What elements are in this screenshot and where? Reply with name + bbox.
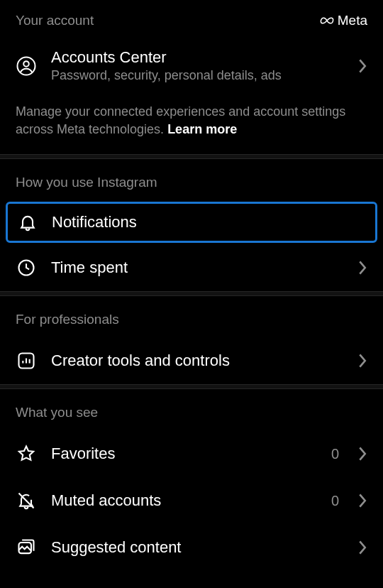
creator-tools-label: Creator tools and controls xyxy=(51,352,343,370)
chevron-right-icon xyxy=(357,540,367,555)
accounts-center-text: Accounts Center Password, security, pers… xyxy=(51,48,343,83)
suggested-content-label: Suggested content xyxy=(51,538,343,557)
chevron-right-icon xyxy=(357,493,367,508)
image-stack-icon xyxy=(16,537,37,558)
bell-off-icon xyxy=(16,490,37,511)
muted-accounts-row[interactable]: Muted accounts 0 xyxy=(0,477,383,524)
clock-icon xyxy=(16,257,37,278)
bell-icon xyxy=(18,212,38,232)
time-spent-row[interactable]: Time spent xyxy=(0,244,383,291)
person-circle-icon xyxy=(16,55,37,77)
notifications-label: Notifications xyxy=(52,213,137,232)
what-you-see-header: What you see xyxy=(0,389,383,430)
time-spent-label: Time spent xyxy=(51,258,343,277)
muted-accounts-count: 0 xyxy=(331,493,339,509)
suggested-content-row[interactable]: Suggested content xyxy=(0,524,383,571)
section-divider xyxy=(0,291,383,296)
star-icon xyxy=(16,443,37,464)
professionals-section: For professionals Creator tools and cont… xyxy=(0,296,383,384)
meta-brand: Meta xyxy=(319,13,367,28)
favorites-row[interactable]: Favorites 0 xyxy=(0,430,383,477)
how-you-use-section: How you use Instagram Notifications Time… xyxy=(0,159,383,291)
your-account-header: Your account Meta xyxy=(0,0,383,37)
accounts-center-row[interactable]: Accounts Center Password, security, pers… xyxy=(0,37,383,94)
section-divider xyxy=(0,384,383,389)
accounts-center-subtitle: Password, security, personal details, ad… xyxy=(51,68,343,83)
what-you-see-section: What you see Favorites 0 Muted accounts … xyxy=(0,389,383,571)
favorites-label: Favorites xyxy=(51,445,317,463)
how-you-use-header: How you use Instagram xyxy=(0,159,383,200)
svg-point-1 xyxy=(23,61,29,67)
accounts-center-description: Manage your connected experiences and ac… xyxy=(0,94,383,154)
chevron-right-icon xyxy=(357,353,367,369)
chevron-right-icon xyxy=(357,446,367,462)
your-account-label: Your account xyxy=(16,13,94,28)
chart-box-icon xyxy=(16,350,37,371)
chevron-right-icon xyxy=(357,260,367,276)
creator-tools-row[interactable]: Creator tools and controls xyxy=(0,337,383,384)
meta-brand-text: Meta xyxy=(338,13,367,28)
section-divider xyxy=(0,154,383,159)
professionals-header: For professionals xyxy=(0,296,383,337)
your-account-section: Your account Meta Accounts Center Passwo… xyxy=(0,0,383,154)
chevron-right-icon xyxy=(357,58,367,74)
meta-infinity-icon xyxy=(319,16,335,26)
muted-accounts-label: Muted accounts xyxy=(51,491,317,510)
learn-more-link[interactable]: Learn more xyxy=(167,122,237,136)
favorites-count: 0 xyxy=(331,446,339,462)
notifications-row[interactable]: Notifications xyxy=(6,202,377,243)
accounts-center-title: Accounts Center xyxy=(51,48,343,67)
